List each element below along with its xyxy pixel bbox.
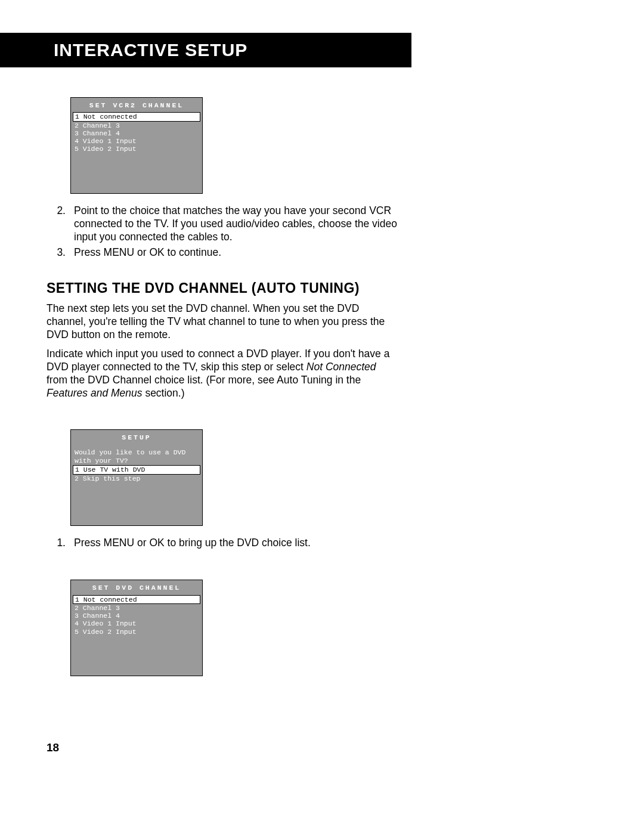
step-number: 2. xyxy=(47,205,74,244)
osd-title: SETUP xyxy=(71,430,202,444)
step-number: 3. xyxy=(47,246,74,259)
osd-item-selected: 1 Not connected xyxy=(73,595,200,604)
osd-item: 5 Video 2 Input xyxy=(71,628,202,636)
content-column: SET VCR2 CHANNEL 1 Not connected 2 Chann… xyxy=(47,97,398,676)
step-text: Point to the choice that matches the way… xyxy=(74,205,398,244)
page-number: 18 xyxy=(47,741,59,754)
osd-item: 4 Video 1 Input xyxy=(71,137,202,145)
osd-item: 2 Channel 3 xyxy=(71,122,202,129)
step-item: 2. Point to the choice that matches the … xyxy=(47,205,398,244)
osd-screen-setup: SETUP Would you like to use a DVD with y… xyxy=(70,429,203,526)
osd-item: 5 Video 2 Input xyxy=(71,145,202,153)
step-item: 1. Press MENU or OK to bring up the DVD … xyxy=(47,537,398,550)
osd-item: 3 Channel 4 xyxy=(71,612,202,620)
step-text: Press MENU or OK to bring up the DVD cho… xyxy=(74,537,398,550)
osd-screen-dvd: SET DVD CHANNEL 1 Not connected 2 Channe… xyxy=(70,580,203,676)
osd-item: 2 Skip this step xyxy=(71,475,202,482)
osd-screen-vcr2: SET VCR2 CHANNEL 1 Not connected 2 Chann… xyxy=(70,97,203,194)
osd-title: SET VCR2 CHANNEL xyxy=(71,98,202,112)
osd-item-selected: 1 Not connected xyxy=(73,112,200,121)
step-item: 3. Press MENU or OK to continue. xyxy=(47,246,398,259)
chapter-banner: Interactive Setup xyxy=(0,33,411,67)
osd-title: SET DVD CHANNEL xyxy=(71,580,202,594)
osd-item: 2 Channel 3 xyxy=(71,604,202,612)
page: Interactive Setup SET VCR2 CHANNEL 1 Not… xyxy=(0,0,644,775)
osd-item: 4 Video 1 Input xyxy=(71,620,202,627)
osd-item: 3 Channel 4 xyxy=(71,129,202,137)
step-text: Press MENU or OK to continue. xyxy=(74,246,398,259)
osd-item-selected: 1 Use TV with DVD xyxy=(73,465,200,474)
osd-prompt: Would you like to use a DVD with your TV… xyxy=(71,445,202,466)
step-number: 1. xyxy=(47,537,74,550)
paragraph: Indicate which input you used to connect… xyxy=(47,348,398,400)
paragraph: The next step lets you set the DVD chann… xyxy=(47,302,398,342)
section-heading: Setting the DVD Channel (Auto Tuning) xyxy=(47,280,398,297)
italic-text: Features and Menus xyxy=(47,387,143,399)
italic-text: Not Connected xyxy=(306,361,376,373)
